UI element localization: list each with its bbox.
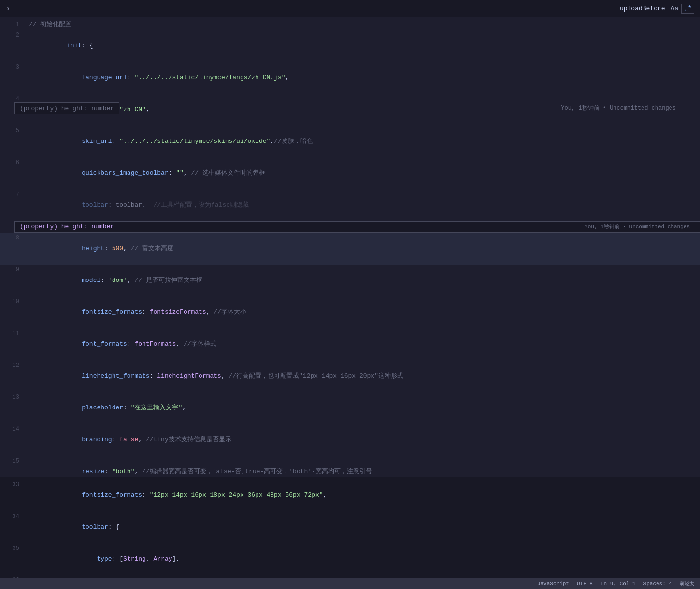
line-content: toolbar: toolbar, //工具栏配置，设为false则隐藏	[29, 189, 700, 221]
top-bar-left: ›	[6, 4, 11, 13]
code-line-tooltip-row: (property) height: number You, 1秒钟前 • Un…	[14, 221, 700, 233]
code-line: 7 toolbar: toolbar, //工具栏配置，设为false则隐藏	[0, 189, 700, 221]
tooltip-text: (property) height: number	[20, 105, 114, 112]
line-number: 12	[0, 360, 24, 371]
code-line: 6 quickbars_image_toolbar: "", // 选中媒体文件…	[0, 157, 700, 189]
line-content: lineheight_formats: lineheightFormats, /…	[29, 360, 700, 392]
code-lines: 1 // 初始化配置 2 init: { 3 language_url: "..…	[0, 17, 700, 477]
line-content: fontsize_formats: fontsizeFormats, //字体大…	[29, 296, 700, 328]
code-line: 15 resize: "both", //编辑器宽高是否可变，false-否,t…	[0, 456, 700, 477]
line-number: 11	[0, 328, 24, 339]
line-number: 1	[0, 19, 24, 30]
line-number: 34	[0, 511, 24, 522]
line-content: skin_url: "../../../static/tinymce/skins…	[29, 126, 700, 157]
line-content: font_formats: fontFormats, //字体样式	[29, 328, 700, 360]
line-content: toolbar: {	[29, 511, 700, 543]
watermark: 萌晓太	[680, 580, 694, 587]
line-number: 15	[0, 456, 24, 466]
line-number: 14	[0, 424, 24, 435]
line-number: 10	[0, 296, 24, 307]
bottom-code-lines: 33 fontsize_formats: "12px 14px 16px 18p…	[0, 477, 700, 578]
line-content: resize: "both", //编辑器宽高是否可变，false-否,true…	[29, 456, 700, 477]
code-line: 3 language_url: "../../../static/tinymce…	[0, 62, 700, 94]
encoding-status: UTF-8	[577, 581, 593, 587]
editor-container: › uploadBefore Aa .* (property) height: …	[0, 0, 700, 589]
code-line: 5 skin_url: "../../../static/tinymce/ski…	[0, 126, 700, 157]
line-number: 7	[0, 189, 24, 200]
line-number: 8	[0, 233, 24, 243]
code-line: 35 type: [String, Array],	[0, 543, 700, 575]
line-content: height: 500, // 富文本高度	[29, 233, 700, 265]
code-line: 8 height: 500, // 富文本高度	[0, 233, 700, 265]
line-content: default:	[29, 575, 700, 578]
line-content: fontsize_formats: "12px 14px 16px 18px 2…	[29, 479, 700, 511]
code-line: 33 fontsize_formats: "12px 14px 16px 18p…	[0, 479, 700, 511]
line-content: placeholder: "在这里输入文字",	[29, 392, 700, 424]
code-area: (property) height: number You, 1秒钟前 • Un…	[0, 17, 700, 477]
line-number: 33	[0, 479, 24, 490]
code-line: 34 toolbar: {	[0, 511, 700, 543]
line-content: model: 'dom', // 是否可拉伸富文本框	[29, 265, 700, 296]
property-tooltip: (property) height: number	[14, 102, 119, 114]
file-title: uploadBefore	[620, 5, 665, 12]
line-content: init: {	[29, 30, 700, 62]
line-number: 9	[0, 265, 24, 275]
line-col-status: Ln 9, Col 1	[600, 581, 636, 587]
code-line: 36 default:	[0, 575, 700, 578]
line-number: 2	[0, 30, 24, 41]
code-line: 13 placeholder: "在这里输入文字",	[0, 392, 700, 424]
line-number: 5	[0, 126, 24, 136]
regex-icon: .*	[681, 4, 694, 14]
chevron-right-icon[interactable]: ›	[6, 4, 11, 13]
hover-info-inline: You, 1秒钟前 • Uncommitted changes	[585, 222, 690, 232]
code-line: 14 branding: false, //tiny技术支持信息是否显示	[0, 424, 700, 456]
top-bar-right: uploadBefore Aa .*	[620, 4, 694, 14]
spaces-status: Spaces: 4	[643, 581, 672, 587]
line-content: language_url: "../../../static/tinymce/l…	[29, 62, 700, 94]
line-number: 6	[0, 157, 24, 168]
line-number: 13	[0, 392, 24, 403]
tooltip-property: (property) height: number	[20, 222, 585, 232]
code-line: 10 fontsize_formats: fontsizeFormats, //…	[0, 296, 700, 328]
code-line: 1 // 初始化配置	[0, 19, 700, 30]
search-controls[interactable]: Aa .*	[671, 4, 694, 14]
status-bar: JavaScript UTF-8 Ln 9, Col 1 Spaces: 4 萌…	[0, 578, 700, 589]
line-content: type: [String, Array],	[29, 543, 700, 575]
code-line: 2 init: {	[0, 30, 700, 62]
line-content: // 初始化配置	[29, 19, 700, 30]
hover-info: You, 1秒钟前 • Uncommitted changes	[561, 104, 676, 112]
language-status: JavaScript	[537, 581, 569, 587]
line-number: 35	[0, 543, 24, 554]
aa-label: Aa	[671, 5, 679, 12]
top-bar: › uploadBefore Aa .*	[0, 0, 700, 17]
bottom-panel: 33 fontsize_formats: "12px 14px 16px 18p…	[0, 477, 700, 578]
code-line: 12 lineheight_formats: lineheightFormats…	[0, 360, 700, 392]
line-number: 36	[0, 575, 24, 578]
code-line: 9 model: 'dom', // 是否可拉伸富文本框	[0, 265, 700, 296]
line-content: quickbars_image_toolbar: "", // 选中媒体文件时的…	[29, 157, 700, 189]
line-number: 3	[0, 62, 24, 72]
code-line: 11 font_formats: fontFormats, //字体样式	[0, 328, 700, 360]
line-content: branding: false, //tiny技术支持信息是否显示	[29, 424, 700, 456]
